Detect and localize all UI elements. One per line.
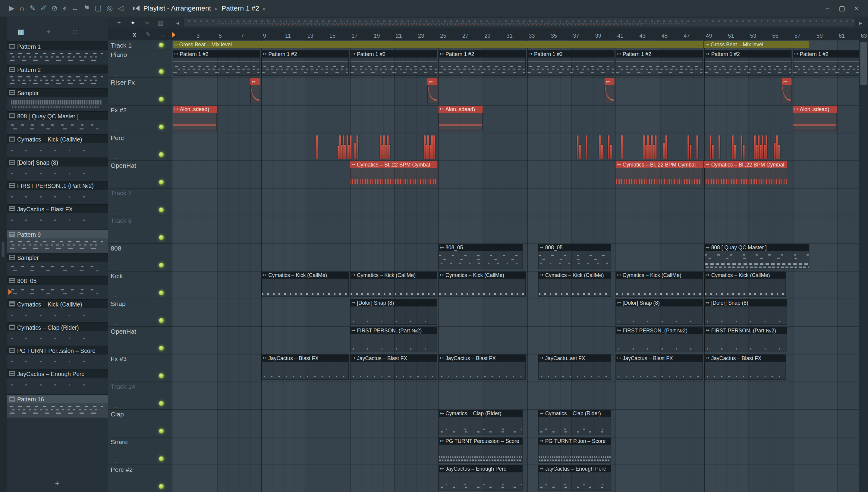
pattern-label[interactable]: FIRST PERSON..1 (Part №2) xyxy=(7,181,108,190)
grid-row[interactable]: ↦Cymatics – Bl..22 BPM Cymbal↦Cymatics –… xyxy=(171,161,859,189)
track-mute-led[interactable] xyxy=(159,180,164,185)
track-mute-led[interactable] xyxy=(159,43,164,48)
track-header[interactable]: Track 14… xyxy=(108,382,171,410)
track-header[interactable]: Track 8… xyxy=(108,216,171,244)
pattern-label[interactable]: Sampler xyxy=(7,253,108,261)
grid-row[interactable] xyxy=(171,382,859,410)
pattern-label[interactable]: Pattern 16 xyxy=(7,394,108,403)
audio-slice-clip[interactable] xyxy=(734,145,736,159)
pattern-clip[interactable]: ↦JayCactus – Blast FX xyxy=(704,354,786,380)
pattern-item[interactable]: FIRST PERSON..1 (Part №2) xyxy=(7,181,108,204)
audio-slice-clip[interactable] xyxy=(653,145,655,159)
pattern-label[interactable]: Cymatics – Kick (CallMe) xyxy=(7,299,108,308)
audio-clip[interactable]: ↦Alon..sdead) xyxy=(439,106,483,131)
pattern-clip[interactable]: ↦PG TURNT P..ion – Score xyxy=(538,438,611,463)
pattern-clip[interactable]: ↦Pattern 1 #2 xyxy=(173,50,260,76)
track-mute-led[interactable] xyxy=(159,428,164,434)
pattern-item[interactable]: Cymatics – Kick (CallMe) xyxy=(7,299,108,322)
pattern-clip[interactable]: ↦JayCactus – Blast FX xyxy=(261,354,349,380)
maximize-button[interactable]: ▢ xyxy=(836,2,848,14)
pattern-clip[interactable]: ↦PG TURNT Percussion – Score xyxy=(439,438,523,463)
audio-slice-clip[interactable] xyxy=(431,136,433,159)
grid-row[interactable] xyxy=(171,133,859,161)
grid-view-icon[interactable]: ▦ xyxy=(156,19,165,26)
audio-slice-clip[interactable] xyxy=(643,136,645,159)
audio-slice-clip[interactable] xyxy=(316,136,318,159)
track-mute-led[interactable] xyxy=(159,290,164,295)
track-header[interactable]: Fx #3… xyxy=(108,354,171,383)
audio-slice-clip[interactable] xyxy=(697,136,698,159)
track-header[interactable]: OpenHat… xyxy=(108,161,171,189)
track-mute-led[interactable] xyxy=(159,401,164,406)
track-header[interactable]: Track 1… xyxy=(108,40,171,50)
paint-tool-icon[interactable]: ✐ xyxy=(41,0,47,17)
grid-row[interactable]: ↦JayCactus – Blast FX↦JayCactus – Blast … xyxy=(171,354,859,383)
pattern-item[interactable]: Pattern 9 xyxy=(7,229,108,253)
pattern-clip[interactable]: ↦808_05 xyxy=(439,244,523,269)
select-tool-icon[interactable]: ▢ xyxy=(95,0,101,17)
grid-row[interactable]: ∞Gross Beat – Mix level∞Gross Beat – Mix… xyxy=(171,40,859,50)
pattern-clip[interactable]: ↦[Dolor] Snap (8) xyxy=(704,299,787,325)
pattern-clip[interactable]: ↦Cymatics – Clap (Rider) xyxy=(538,410,611,435)
pattern-label[interactable]: PG TURNT Per..ssion – Score xyxy=(7,346,108,354)
audio-slice-clip[interactable] xyxy=(754,136,756,159)
pattern-label[interactable]: [Dolor] Snap (8) xyxy=(7,157,108,166)
pattern-clip[interactable]: ↦Cymatics – Clap (Rider) xyxy=(439,410,523,435)
audio-clip[interactable]: ↦Cymatics – Bl..22 BPM Cymbal xyxy=(615,161,703,186)
audio-slice-clip[interactable] xyxy=(774,143,776,159)
pattern-item[interactable]: Sampler xyxy=(7,253,108,276)
pattern-clip[interactable]: ↦[Dolor] Snap (8) xyxy=(615,299,703,325)
grid-row[interactable]: ↦FIRST PERSON..(Part №2)↦FIRST PERSON..(… xyxy=(171,326,859,355)
pattern-clip[interactable]: ↦Cymatics – Kick (CallMe) xyxy=(538,272,611,297)
track-header[interactable]: Fx #2… xyxy=(108,105,171,133)
track-mute-led[interactable] xyxy=(159,124,164,129)
track-header[interactable]: Kick… xyxy=(108,271,171,299)
audio-clip[interactable]: ↦ xyxy=(605,78,614,103)
pattern-clip[interactable]: ↦FIRST PERSON..(Part №2) xyxy=(615,327,703,352)
draw-tool-icon[interactable]: ✎ xyxy=(29,0,36,17)
pattern-clip[interactable]: ↦Cymatics – Kick (CallMe) xyxy=(261,272,349,297)
link-icon[interactable]: ∞ xyxy=(142,19,151,26)
cut-tool-button[interactable]: X xyxy=(130,31,139,38)
minimize-button[interactable]: – xyxy=(822,2,834,14)
audio-slice-clip[interactable] xyxy=(719,136,720,159)
track-mute-led[interactable] xyxy=(159,373,164,378)
pattern-clip[interactable]: ↦Pattern 1 #2 xyxy=(527,50,614,76)
swap-icon[interactable]: ↔ xyxy=(158,31,166,38)
delete-tool-icon[interactable]: ⊘ xyxy=(51,0,57,17)
track-mute-led[interactable] xyxy=(159,207,164,213)
pattern-item[interactable]: JayCactus – Enough Perc xyxy=(7,369,108,392)
audio-slice-clip[interactable] xyxy=(647,136,649,159)
audio-slice-clip[interactable] xyxy=(778,145,780,159)
track-header[interactable]: RIser Fx… xyxy=(108,77,171,106)
track-mute-led[interactable] xyxy=(159,69,164,74)
audio-clip[interactable]: ↦ xyxy=(427,78,437,103)
grid-row[interactable]: ↦[Dolor] Snap (8)↦[Dolor] Snap (8)↦[Dolo… xyxy=(171,299,859,327)
pattern-clip[interactable]: ↦[Dolor] Snap (8) xyxy=(350,299,437,325)
track-header[interactable]: Snap… xyxy=(108,299,171,327)
grid-row[interactable]: ↦↦↦↦ xyxy=(171,77,859,106)
vertical-scrollbar-thumb[interactable] xyxy=(860,42,867,85)
pattern-label[interactable]: Sampler xyxy=(7,88,108,97)
pattern-item[interactable]: PG TURNT Per..ssion – Score xyxy=(7,346,108,369)
grid-row[interactable]: ↦PG TURNT Percussion – Score↦PG TURNT P.… xyxy=(171,437,859,465)
pattern-label[interactable]: JayCactus – Enough Perc xyxy=(7,369,108,377)
track-mute-led[interactable] xyxy=(159,235,164,240)
audio-slice-clip[interactable] xyxy=(579,145,581,159)
audio-clip[interactable]: ↦Alon..sdead) xyxy=(793,106,837,131)
pattern-label[interactable]: JayCactus – Blast FX xyxy=(7,204,108,213)
pattern-clip[interactable]: ↦Cymatics – Kick (CallMe) xyxy=(704,272,786,297)
grid-row[interactable]: ↦Pattern 1 #2↦Pattern 1 #2↦Pattern 1 #2↦… xyxy=(171,50,859,78)
pattern-clip[interactable]: ↦Pattern 1 #2 xyxy=(615,50,703,76)
audio-slice-clip[interactable] xyxy=(344,145,346,159)
pattern-item[interactable]: [Dolor] Snap (8) xyxy=(7,157,108,181)
audio-slice-clip[interactable] xyxy=(577,136,579,159)
pattern-item[interactable]: 808_05 xyxy=(7,276,108,299)
vertical-scrollbar[interactable] xyxy=(859,40,868,492)
pattern-item[interactable]: 808 [ Quay QC Master ] xyxy=(7,111,108,134)
timeline-ruler[interactable]: 3579111315171921232527293133353739414345… xyxy=(171,29,868,41)
audio-slice-clip[interactable] xyxy=(761,136,764,159)
track-mute-led[interactable] xyxy=(159,346,164,351)
pattern-clip[interactable]: ↦JayCactus – Enough Perc xyxy=(439,465,523,491)
audio-slice-clip[interactable] xyxy=(354,143,356,159)
